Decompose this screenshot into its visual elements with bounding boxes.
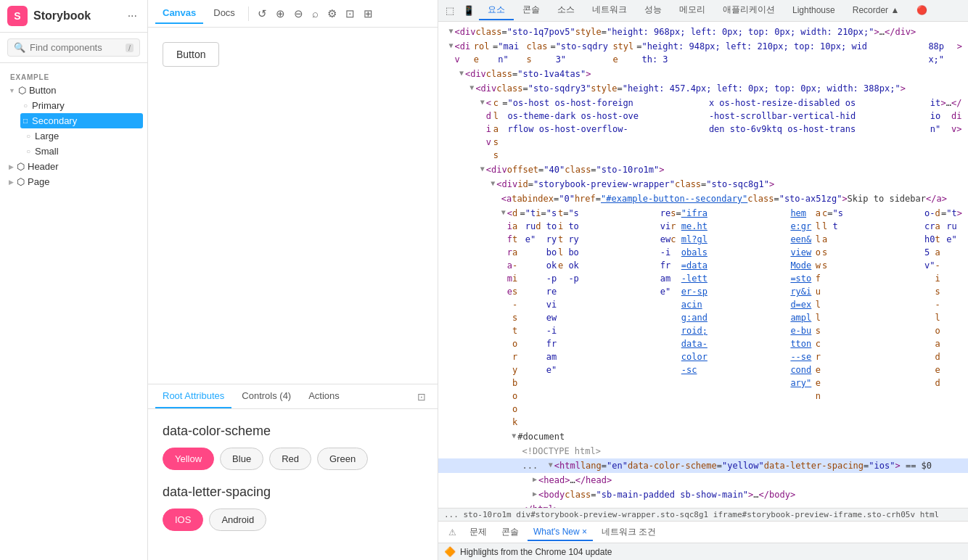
devtools-tab-sources[interactable]: 소스 xyxy=(549,1,583,20)
sidebar-menu-button[interactable]: ··· xyxy=(125,8,140,24)
toolbar-zoom-out-btn[interactable]: ⊖ xyxy=(291,4,306,23)
search-shortcut: / xyxy=(126,44,134,52)
attr-buttons-color-scheme: Yellow Blue Red Green xyxy=(163,448,423,470)
toolbar-zoom-in-btn[interactable]: ⊕ xyxy=(273,4,288,23)
devtools-whatsnew-label: What's New × xyxy=(533,527,587,537)
attr-btn-green[interactable]: Green xyxy=(317,448,368,470)
toolbar-separator xyxy=(248,7,249,21)
nav-group-page-icon: ⬡ xyxy=(17,176,25,187)
nav-group-button-text: ⬡ xyxy=(18,85,26,96)
storybook-title: Storybook xyxy=(33,9,91,22)
devtools-top-tabs: 요소 콘솔 소스 네트워크 성능 메모리 애플리케이션 Lighthouse R… xyxy=(479,1,936,20)
code-line: ▼<iframe data-is-storybook="true" id="st… xyxy=(438,206,968,429)
attr-buttons-letter-spacing: IOS Android xyxy=(163,508,423,531)
attr-btn-yellow[interactable]: Yellow xyxy=(163,448,214,470)
nav-item-primary-label: Primary xyxy=(32,100,65,111)
circle-icon-large: ○ xyxy=(26,132,30,140)
devtools-bottom-tab-whatsnew[interactable]: What's New × xyxy=(528,524,593,541)
devtools-tab-console[interactable]: 콘솔 xyxy=(514,1,549,20)
devtools-top-bar: ⬚ 📱 요소 콘솔 소스 네트워크 성능 메모리 애플리케이션 Lighthou… xyxy=(438,0,968,22)
toolbar-refresh-btn[interactable]: ↺ xyxy=(255,4,270,23)
devtools-device-icon[interactable]: 📱 xyxy=(459,2,479,19)
tab-canvas[interactable]: Canvas xyxy=(155,3,203,24)
nav-group-header-label[interactable]: ▶ ⬡ Header xyxy=(4,159,147,174)
nav-group-button-label[interactable]: ▼ ⬡ Button xyxy=(4,83,147,98)
devtools-cursor-icon[interactable]: ⬚ xyxy=(441,2,459,19)
nav-group-header: ▶ ⬡ Header xyxy=(0,159,147,174)
nav-item-secondary-label: Secondary xyxy=(32,115,77,126)
code-line: ▼<div class="os-host os-host-foreign os-… xyxy=(438,96,968,162)
code-line: <a tabindex="0" href="#example-button--s… xyxy=(438,192,968,206)
attr-btn-blue[interactable]: Blue xyxy=(220,448,263,470)
highlights-text: Highlights from the Chrome 104 update xyxy=(460,547,612,557)
nav-group-header-icon: ⬡ xyxy=(17,161,25,172)
nav-sub-button: ○ Primary □ Secondary ○ Large ○ Small xyxy=(4,98,147,159)
caret-icon: ▼ xyxy=(9,87,15,94)
toolbar-image-btn[interactable]: ⊡ xyxy=(343,4,358,23)
attr-section-letter-spacing: data-letter-spacing IOS Android xyxy=(163,485,423,531)
nav-item-large[interactable]: ○ Large xyxy=(16,128,147,144)
devtools-tab-error[interactable]: 🔴 xyxy=(908,2,936,20)
sidebar-nav: EXAMPLE ▼ ⬡ Button ○ Primary □ Secondary xyxy=(0,63,147,560)
expand-icon[interactable]: ⊡ xyxy=(413,387,430,407)
toolbar-settings-btn[interactable]: ⚙ xyxy=(324,4,340,23)
nav-group-header-text: Header xyxy=(28,161,59,172)
toolbar-grid-btn[interactable]: ⊞ xyxy=(361,4,376,23)
devtools-tab-elements[interactable]: 요소 xyxy=(479,1,514,20)
bottom-tabs: Root Attributes Controls (4) Actions ⊡ xyxy=(148,384,438,409)
devtools-bottom-bar: ⚠ 문제 콘솔 What's New × 네트워크 조건 xyxy=(438,521,968,543)
devtools-tab-performance[interactable]: 성능 xyxy=(636,1,670,20)
storybook-logo: S xyxy=(7,6,28,26)
highlights-bar: 🔶 Highlights from the Chrome 104 update xyxy=(438,543,968,560)
devtools-bottom-tab-console[interactable]: 콘솔 xyxy=(496,523,525,541)
canvas-toolbar: Canvas Docs ↺ ⊕ ⊖ ⌕ ⚙ ⊡ ⊞ xyxy=(148,0,438,28)
search-icon: 🔍 xyxy=(14,42,25,53)
devtools-tab-recorder[interactable]: Recorder ▲ xyxy=(844,2,908,20)
nav-item-small[interactable]: ○ Small xyxy=(16,144,147,159)
devtools-bottom-tab-network[interactable]: 네트워크 조건 xyxy=(596,523,662,541)
search-bar: 🔍 / xyxy=(0,33,147,63)
devtools-code-area: ▼<div class="sto-1q7pov5" style="height:… xyxy=(438,22,968,508)
code-line: ▶<head>…</head> xyxy=(438,473,968,487)
code-line: ▼<div class="sto-1q7pov5" style="height:… xyxy=(438,25,968,39)
devtools-tab-network[interactable]: 네트워크 xyxy=(583,1,636,20)
search-input[interactable] xyxy=(30,42,121,53)
devtools-error-icon: ⚠ xyxy=(444,524,461,540)
section-label: EXAMPLE xyxy=(0,69,147,83)
bottom-content: data-color-scheme Yellow Blue Red Green … xyxy=(148,409,438,560)
code-line: ▼<div class="sto-1va4tas"> xyxy=(438,67,968,81)
devtools-status-bar: ... sto-10ro1m div#storybook-preview-wra… xyxy=(438,508,968,521)
preview-button[interactable]: Button xyxy=(163,42,219,67)
code-line: </html> xyxy=(438,502,968,508)
circle-icon: ○ xyxy=(23,102,28,110)
nav-item-primary[interactable]: ○ Primary xyxy=(16,98,147,113)
devtools-tab-lighthouse[interactable]: Lighthouse xyxy=(784,2,844,20)
devtools-tab-application[interactable]: 애플리케이션 xyxy=(714,1,784,20)
nav-group-page-text: Page xyxy=(28,176,49,187)
warning-icon: 🔶 xyxy=(444,546,456,557)
main-layout: S Storybook ··· 🔍 / EXAMPLE ▼ ⬡ Button xyxy=(0,0,968,560)
square-icon: □ xyxy=(23,117,28,125)
attr-title-letter-spacing: data-letter-spacing xyxy=(163,485,423,500)
toolbar-search-btn[interactable]: ⌕ xyxy=(309,4,321,22)
devtools-tab-memory[interactable]: 메모리 xyxy=(670,1,714,20)
attr-btn-android[interactable]: Android xyxy=(209,508,266,531)
tab-root-attributes[interactable]: Root Attributes xyxy=(155,384,231,408)
tab-actions[interactable]: Actions xyxy=(301,384,347,408)
code-line-selected: ... ▼<html lang="en" data-color-scheme="… xyxy=(438,458,968,473)
tab-docs[interactable]: Docs xyxy=(206,3,242,24)
nav-group-page-label[interactable]: ▶ ⬡ Page xyxy=(4,174,147,189)
code-line: ▼#document xyxy=(438,429,968,444)
attr-section-color-scheme: data-color-scheme Yellow Blue Red Green xyxy=(163,424,423,470)
nav-group-button: ▼ ⬡ Button ○ Primary □ Secondary ○ xyxy=(0,83,147,159)
bottom-panel: Root Attributes Controls (4) Actions ⊡ d… xyxy=(148,384,438,560)
attr-btn-red[interactable]: Red xyxy=(269,448,311,470)
code-line: ▶<body class="sb-main-padded sb-show-mai… xyxy=(438,487,968,502)
nav-item-secondary[interactable]: □ Secondary xyxy=(20,113,143,128)
tab-controls[interactable]: Controls (4) xyxy=(234,384,298,408)
caret-icon-page: ▶ xyxy=(9,178,14,186)
canvas-area: Button xyxy=(148,28,438,384)
attr-btn-ios[interactable]: IOS xyxy=(163,508,203,531)
nav-item-small-label: Small xyxy=(35,146,59,157)
devtools-bottom-tab-issues[interactable]: 문제 xyxy=(464,523,493,541)
